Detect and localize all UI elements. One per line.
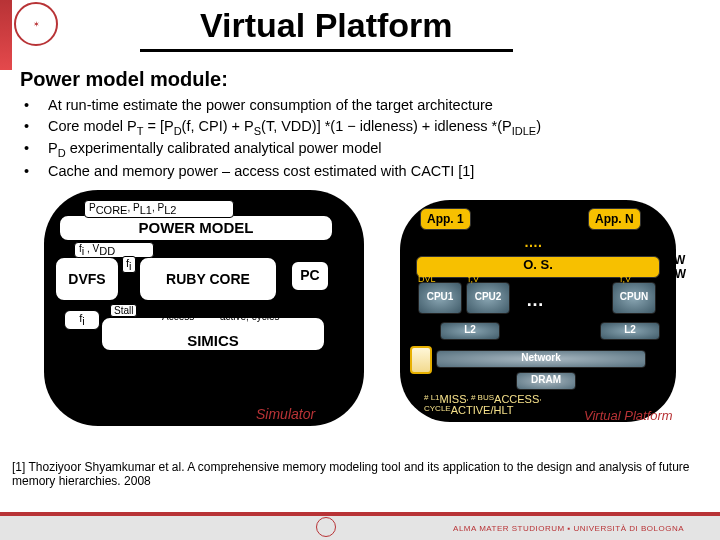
seal-icon: ✶	[14, 2, 58, 46]
cpu-1: CPU1	[418, 282, 462, 314]
bullet-3: PD experimentally calibrated analytical …	[48, 139, 382, 161]
simulator-label: Simulator	[256, 406, 315, 422]
stall-label: Stall	[110, 304, 137, 317]
dram-box: DRAM	[516, 372, 576, 390]
cpu-row: DVL f,V f,V CPU1 CPU2 … CPUN	[416, 282, 660, 318]
f-vdd-label: fi , VDD	[74, 242, 154, 258]
cpu-dots: …	[526, 290, 544, 311]
dvl-label: DVL	[418, 274, 436, 284]
virtual-platform-label: Virtual Platform	[584, 408, 673, 423]
fv-label-1: f,V	[468, 274, 479, 284]
l2-right: L2	[600, 322, 660, 340]
stats-label: # L1MISS, # BUSACCESS,CYCLEACTIVE/HLT	[424, 394, 542, 416]
sensor-icon	[410, 346, 432, 374]
footer: ALMA MATER STUDIORUM ▪ UNIVERSITÀ DI BOL…	[0, 512, 720, 540]
ruby-core-box: RUBY CORE	[138, 256, 278, 302]
reference-text: [1] Thoziyoor Shyamkumar et al. A compre…	[12, 460, 708, 489]
footer-seal-icon	[316, 517, 336, 537]
bullet-1: At run-time estimate the power consumpti…	[48, 96, 493, 116]
l2-left: L2	[440, 322, 500, 340]
bullet-list: •At run-time estimate the power consumpt…	[24, 96, 700, 183]
mem-access-label: MemAccess	[162, 302, 194, 322]
fi2-box: fi	[64, 310, 100, 330]
footer-text: ALMA MATER STUDIORUM ▪ UNIVERSITÀ DI BOL…	[453, 524, 684, 533]
simics-box: SIMICS	[100, 316, 326, 352]
page-title: Virtual Platform	[140, 6, 513, 52]
app-dots: ….	[524, 234, 542, 250]
diagram: PCORE, PL1, PL2 POWER MODEL fi , VDD DVF…	[44, 194, 684, 454]
hlt-label: #hlt, stallactive, cycles	[220, 302, 279, 322]
cpu-n: CPUN	[612, 282, 656, 314]
brand-stripe	[0, 0, 12, 70]
bullet-2: Core model PT = [PD(f, CPI) + PS(T, VDD)…	[48, 117, 541, 139]
app-1: App. 1	[420, 208, 471, 230]
power-model-box: POWER MODEL	[58, 214, 334, 242]
fv-label-2: f,V	[620, 274, 631, 284]
pc-box: PC	[290, 260, 330, 292]
section-heading: Power model module:	[20, 68, 228, 91]
app-n: App. N	[588, 208, 641, 230]
dvfs-box: DVFS	[54, 256, 120, 302]
fi-label: fi	[122, 256, 136, 273]
cpu-2: CPU2	[466, 282, 510, 314]
sw-hw-label: SWHW	[666, 254, 686, 282]
network-box: Network	[436, 350, 646, 368]
bullet-4: Cache and memory power – access cost est…	[48, 162, 474, 182]
p-outputs-label: PCORE, PL1, PL2	[84, 200, 234, 218]
